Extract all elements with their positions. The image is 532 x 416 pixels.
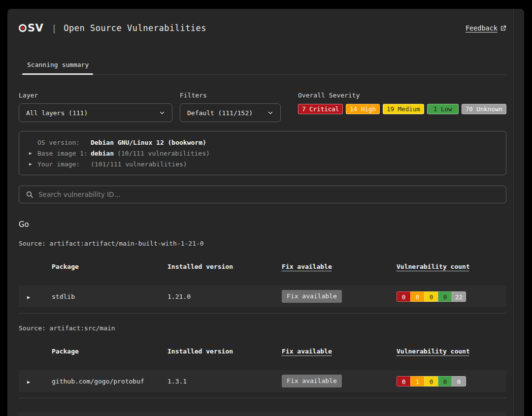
overall-severity-label: Overall Severity bbox=[298, 92, 506, 99]
osv-target-icon bbox=[19, 24, 27, 32]
col-installed-version: Installed version bbox=[167, 263, 282, 270]
source-line: Source: artifact:src/main bbox=[19, 324, 506, 332]
image-info-box: OS version: Debian GNU/Linux 12 (bookwor… bbox=[19, 131, 506, 175]
base-image-row[interactable]: ▶ Base image 1: debian (10/111 vulnerabi… bbox=[19, 148, 506, 159]
col-vulnerability-count: Vulnerability count bbox=[397, 348, 506, 355]
count-unknown: 0 bbox=[452, 376, 466, 386]
col-fix-available: Fix available bbox=[282, 348, 397, 355]
app-panel: SV | Open Source Vulnerabilities Feedbac… bbox=[7, 9, 524, 416]
expand-triangle-icon[interactable]: ▶ bbox=[29, 161, 37, 166]
base-image-count: (10/111 vulnerabilities) bbox=[117, 150, 210, 157]
search-icon bbox=[26, 191, 33, 198]
col-vulnerability-count: Vulnerability count bbox=[397, 263, 506, 270]
tab-bar: Scanning summary bbox=[19, 56, 506, 75]
count-unknown: 22 bbox=[452, 291, 466, 302]
installed-version: 1.21.0 bbox=[167, 293, 282, 300]
col-installed-version: Installed version bbox=[167, 348, 282, 355]
severity-badges: 7 Critical 14 High 19 Medium 1 Low 70 Un… bbox=[298, 104, 506, 114]
app-header: SV | Open Source Vulnerabilities Feedbac… bbox=[19, 9, 506, 34]
vulnerability-count-badges: 0 0 0 0 22 bbox=[397, 291, 466, 302]
table-row[interactable]: ▶ stdlib 1.21.0 Fix available 0 0 0 0 22 bbox=[19, 286, 506, 307]
base-image-label: Base image 1: bbox=[37, 150, 91, 157]
table-header-row: Package Installed version Fix available … bbox=[19, 255, 506, 278]
tab-scanning-summary[interactable]: Scanning summary bbox=[19, 56, 98, 74]
feedback-label: Feedback bbox=[466, 24, 498, 32]
ecosystem-heading: Go bbox=[19, 220, 506, 229]
severity-badge-unknown: 70 Unknown bbox=[462, 104, 506, 114]
section-divider bbox=[19, 313, 506, 314]
layer-select[interactable]: All layers (111) bbox=[19, 103, 172, 122]
count-high: 1 bbox=[410, 376, 425, 386]
severity-badge-critical: 7 Critical bbox=[298, 104, 343, 114]
expand-triangle-icon[interactable]: ▶ bbox=[27, 379, 30, 384]
vulnerability-table: Package Installed version Fix available … bbox=[19, 255, 506, 307]
your-image-label: Your image: bbox=[37, 160, 91, 168]
count-critical: 0 bbox=[397, 376, 411, 386]
severity-badge-medium: 19 Medium bbox=[383, 104, 424, 114]
severity-badge-high: 14 High bbox=[346, 104, 380, 114]
count-low: 0 bbox=[438, 376, 452, 386]
layer-label: Layer bbox=[19, 92, 172, 99]
vulnerability-table: Package Installed version Fix available … bbox=[19, 340, 506, 416]
layer-select-value: All layers (111) bbox=[26, 109, 153, 117]
package-name: github.com/gogo/protobuf bbox=[52, 378, 167, 385]
os-version-value: Debian GNU/Linux 12 (bookworm) bbox=[91, 139, 206, 146]
table-header-row: Package Installed version Fix available … bbox=[19, 340, 506, 362]
package-name: stdlib bbox=[52, 293, 167, 300]
chevron-down-icon bbox=[267, 110, 273, 116]
your-image-count: (101/111 vulnerabilities) bbox=[91, 160, 187, 168]
search-input[interactable] bbox=[38, 191, 499, 198]
your-image-row[interactable]: ▶ Your image: (101/111 vulnerabilities) bbox=[19, 159, 506, 169]
expand-triangle-icon[interactable]: ▶ bbox=[27, 294, 30, 300]
logo-text: SV bbox=[28, 22, 43, 34]
fix-available-badge: Fix available bbox=[282, 290, 342, 303]
fix-available-badge: Fix available bbox=[282, 375, 342, 387]
section-divider bbox=[19, 398, 506, 398]
col-package: Package bbox=[52, 263, 167, 270]
filters-group: Filters Default (111/152) bbox=[180, 92, 281, 122]
osv-logo: SV bbox=[19, 22, 43, 34]
feedback-link[interactable]: Feedback bbox=[466, 24, 506, 32]
expand-triangle-icon[interactable]: ▶ bbox=[29, 151, 37, 156]
count-low: 0 bbox=[438, 291, 452, 302]
overall-severity-group: Overall Severity 7 Critical 14 High 19 M… bbox=[298, 92, 506, 114]
os-version-row: OS version: Debian GNU/Linux 12 (bookwor… bbox=[19, 137, 506, 148]
count-medium: 0 bbox=[424, 376, 438, 386]
filters-select[interactable]: Default (111/152) bbox=[180, 103, 281, 122]
count-high: 0 bbox=[410, 291, 425, 302]
vulnerability-count-badges: 0 1 0 0 0 bbox=[397, 376, 466, 386]
external-link-icon bbox=[500, 25, 506, 32]
search-box bbox=[19, 186, 506, 203]
severity-badge-low: 1 Low bbox=[427, 104, 459, 114]
chevron-down-icon bbox=[159, 110, 165, 116]
col-package: Package bbox=[52, 348, 167, 355]
page-title: Open Source Vulnerabilities bbox=[64, 23, 206, 33]
count-medium: 0 bbox=[424, 291, 438, 302]
controls-row: Layer All layers (111) Filters Default (… bbox=[19, 92, 506, 122]
filters-select-value: Default (111/152) bbox=[187, 109, 262, 117]
table-row[interactable]: ▶ github.com/gogo/protobuf 1.3.1 Fix ava… bbox=[19, 370, 506, 392]
filters-label: Filters bbox=[180, 92, 281, 99]
col-fix-available: Fix available bbox=[282, 263, 397, 270]
count-critical: 0 bbox=[397, 291, 411, 302]
os-version-label: OS version: bbox=[37, 139, 91, 146]
layer-group: Layer All layers (111) bbox=[19, 92, 172, 122]
table-row-partial[interactable]: ▶ bbox=[19, 412, 506, 416]
installed-version: 1.3.1 bbox=[167, 378, 282, 385]
scrollbar-gutter[interactable] bbox=[513, 9, 524, 416]
base-image-value: debian bbox=[91, 150, 114, 157]
source-line: Source: artifact:artifact/main-built-wit… bbox=[19, 240, 506, 247]
title-separator: | bbox=[51, 23, 57, 33]
